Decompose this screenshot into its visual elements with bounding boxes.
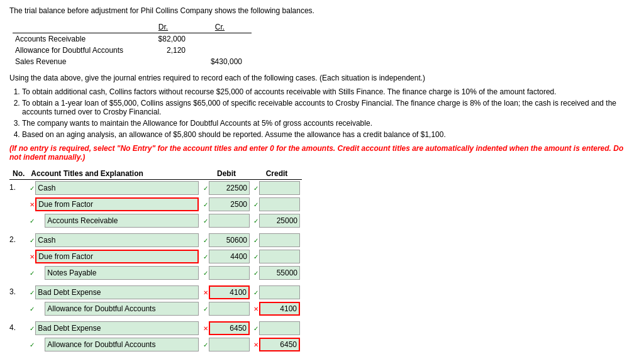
account-cell-4-2: ✓ xyxy=(28,336,201,353)
credit-cell-1-2: ✓ xyxy=(252,196,302,213)
credit-check-1-1: ✓ xyxy=(253,185,258,192)
debit-input-4-2[interactable] xyxy=(209,338,250,351)
entry-2-number xyxy=(9,248,28,265)
account-input-1-2[interactable] xyxy=(35,197,199,211)
account-check-3-2: ✓ xyxy=(30,306,35,313)
entry-3-number: 3. xyxy=(9,284,28,301)
item-1: To obtain additional cash, Collins facto… xyxy=(22,87,635,96)
account-cell-2-3: ✓ xyxy=(28,265,201,281)
debit-input-2-1[interactable] xyxy=(209,233,250,247)
entry-3-line-2: ✓✓✕ xyxy=(9,301,302,317)
debit-input-1-2[interactable] xyxy=(209,197,250,211)
credit-input-1-3[interactable] xyxy=(259,214,300,228)
debit-cell-1-3: ✓ xyxy=(201,213,252,229)
debit-input-3-2[interactable] xyxy=(209,302,250,316)
credit-cell-2-2: ✓ xyxy=(252,248,302,265)
account-check-2-1: ✓ xyxy=(30,237,35,244)
tb-row-ar: Accounts Receivable $82,000 xyxy=(13,33,252,45)
debit-check-4-2: ✓ xyxy=(203,341,208,348)
debit-input-1-1[interactable] xyxy=(209,181,250,195)
account-cell-3-1: ✓ xyxy=(28,284,201,301)
account-cell-3-2: ✓ xyxy=(28,301,201,317)
account-input-3-1[interactable] xyxy=(35,285,199,299)
entry-1-line-1: 1.✓✓✓ xyxy=(9,180,302,197)
entry-1-line-2: ✕✓✓ xyxy=(9,196,302,213)
debit-input-2-3[interactable] xyxy=(209,266,250,280)
account-cell-1-1: ✓ xyxy=(28,180,201,197)
debit-input-3-1[interactable] xyxy=(209,285,250,299)
item-4: Based on an aging analysis, an allowance… xyxy=(22,130,635,139)
debit-cell-4-2: ✓ xyxy=(201,336,252,353)
account-input-1-3[interactable] xyxy=(45,214,199,228)
account-cell-2-2: ✕ xyxy=(28,248,201,265)
account-check-1-1: ✓ xyxy=(30,185,35,192)
debit-check-1-1: ✓ xyxy=(203,185,208,192)
account-input-1-1[interactable] xyxy=(35,181,199,195)
credit-input-4-1[interactable] xyxy=(259,321,300,335)
credit-cell-4-2: ✕ xyxy=(252,336,302,353)
credit-cell-2-3: ✓ xyxy=(252,265,302,281)
entry-1-line-3: ✓✓✓ xyxy=(9,213,302,229)
entry-2-line-3: ✓✓✓ xyxy=(9,265,302,281)
account-x-1-2: ✕ xyxy=(30,201,35,208)
debit-check-2-2: ✓ xyxy=(203,253,208,260)
numbered-list: To obtain additional cash, Collins facto… xyxy=(22,87,635,139)
debit-input-1-3[interactable] xyxy=(209,214,250,228)
entry-2-line-1: 2.✓✓✓ xyxy=(9,232,302,248)
account-check-2-3: ✓ xyxy=(30,270,35,277)
credit-check-2-3: ✓ xyxy=(253,270,258,277)
account-input-2-3[interactable] xyxy=(45,266,199,280)
credit-input-2-3[interactable] xyxy=(259,266,300,280)
debit-input-4-1[interactable] xyxy=(209,321,250,335)
account-check-3-1: ✓ xyxy=(30,289,35,296)
col-account: Account Titles and Explanation xyxy=(28,168,201,180)
entry-4-line-2: ✓✓✕ xyxy=(9,336,302,353)
debit-cell-1-1: ✓ xyxy=(201,180,252,197)
red-instruction: (If no entry is required, select "No Ent… xyxy=(9,144,635,162)
entry-2-number xyxy=(9,265,28,281)
entry-3-number xyxy=(9,301,28,317)
account-input-4-1[interactable] xyxy=(35,321,199,335)
debit-input-2-2[interactable] xyxy=(209,250,250,263)
credit-cell-1-3: ✓ xyxy=(252,213,302,229)
account-check-4-1: ✓ xyxy=(30,325,35,332)
debit-check-3-2: ✓ xyxy=(203,306,208,313)
entry-4-number xyxy=(9,336,28,353)
credit-input-1-2[interactable] xyxy=(259,197,300,211)
debit-cell-3-2: ✓ xyxy=(201,301,252,317)
credit-input-3-1[interactable] xyxy=(259,285,300,299)
credit-input-2-2[interactable] xyxy=(259,250,300,263)
credit-input-4-2[interactable] xyxy=(259,338,300,351)
account-input-3-2[interactable] xyxy=(45,302,199,316)
account-input-2-2[interactable] xyxy=(35,250,199,263)
credit-input-2-1[interactable] xyxy=(259,233,300,247)
debit-cell-3-1: ✕ xyxy=(201,284,252,301)
credit-cell-3-2: ✕ xyxy=(252,301,302,317)
entry-1-number xyxy=(9,196,28,213)
entry-4-line-1: 4.✓✕✓ xyxy=(9,320,302,336)
account-input-4-2[interactable] xyxy=(45,338,199,351)
credit-input-3-2[interactable] xyxy=(259,302,300,316)
credit-input-1-1[interactable] xyxy=(259,181,300,195)
col-credit: Credit xyxy=(252,168,302,180)
entry-2-line-2: ✕✓✓ xyxy=(9,248,302,265)
tb-row-sales: Sales Revenue $430,000 xyxy=(13,56,252,67)
debit-check-1-3: ✓ xyxy=(203,218,208,224)
account-cell-4-1: ✓ xyxy=(28,320,201,336)
credit-check-1-2: ✓ xyxy=(253,201,258,208)
col-no: No. xyxy=(9,168,28,180)
entry-2-number: 2. xyxy=(9,232,28,248)
credit-cell-1-1: ✓ xyxy=(252,180,302,197)
credit-check-2-2: ✓ xyxy=(253,253,258,260)
account-x-2-2: ✕ xyxy=(30,253,35,260)
col-debit: Debit xyxy=(201,168,252,180)
dr-header: Dr. xyxy=(158,23,168,31)
account-cell-1-2: ✕ xyxy=(28,196,201,213)
debit-cell-2-2: ✓ xyxy=(201,248,252,265)
account-input-2-1[interactable] xyxy=(35,233,199,247)
credit-check-3-1: ✓ xyxy=(253,289,258,296)
credit-cell-3-1: ✓ xyxy=(252,284,302,301)
credit-check-4-2: ✕ xyxy=(253,341,258,348)
cr-header: Cr. xyxy=(215,23,225,31)
credit-check-4-1: ✓ xyxy=(253,325,258,332)
